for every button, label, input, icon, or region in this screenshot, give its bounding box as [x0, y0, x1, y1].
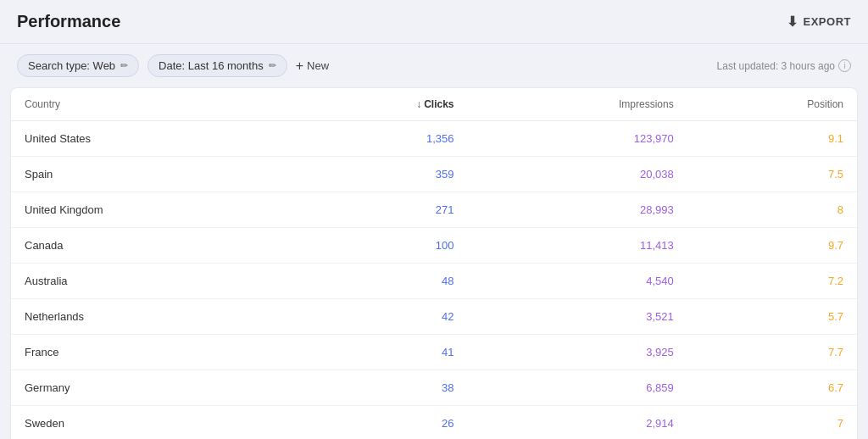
- cell-clicks: 48: [294, 264, 468, 299]
- cell-clicks: 42: [294, 299, 468, 335]
- cell-country: United Kingdom: [11, 192, 294, 228]
- col-impressions[interactable]: Impressions: [468, 88, 687, 121]
- edit-date-icon: ✏: [269, 60, 276, 71]
- cell-position: 7.5: [687, 157, 857, 192]
- cell-impressions: 2,914: [468, 406, 687, 440]
- export-label: EXPORT: [804, 15, 851, 28]
- new-label: New: [307, 59, 329, 72]
- cell-clicks: 1,356: [294, 121, 468, 157]
- col-position[interactable]: Position: [687, 88, 857, 121]
- cell-clicks: 359: [294, 157, 468, 192]
- cell-impressions: 11,413: [468, 228, 687, 264]
- cell-impressions: 20,038: [468, 157, 687, 192]
- cell-country: United States: [11, 121, 294, 157]
- export-icon: ⬇: [787, 14, 798, 30]
- cell-country: Spain: [11, 157, 294, 192]
- cell-position: 7.2: [687, 264, 857, 299]
- cell-country: Germany: [11, 370, 294, 406]
- cell-impressions: 123,970: [468, 121, 687, 157]
- table-row: United States1,356123,9709.1: [11, 121, 857, 157]
- cell-country: Sweden: [11, 406, 294, 440]
- table-row: Canada10011,4139.7: [11, 228, 857, 264]
- plus-icon: +: [296, 58, 303, 74]
- cell-position: 7: [687, 406, 857, 440]
- last-updated-text: Last updated: 3 hours ago: [717, 60, 835, 72]
- filters-bar: Search type: Web ✏ Date: Last 16 months …: [0, 44, 868, 87]
- cell-position: 7.7: [687, 335, 857, 370]
- sort-arrow-icon: ↓: [416, 98, 421, 110]
- table-header-row: Country ↓Clicks Impressions Position: [11, 88, 857, 121]
- date-label: Date: Last 16 months: [159, 59, 264, 72]
- performance-table: Country ↓Clicks Impressions Position Uni…: [11, 88, 857, 439]
- search-type-filter[interactable]: Search type: Web ✏: [17, 54, 139, 77]
- cell-country: Netherlands: [11, 299, 294, 335]
- col-clicks[interactable]: ↓Clicks: [294, 88, 468, 121]
- cell-clicks: 271: [294, 192, 468, 228]
- table-row: France413,9257.7: [11, 335, 857, 370]
- cell-position: 8: [687, 192, 857, 228]
- table-row: Australia484,5407.2: [11, 264, 857, 299]
- table-row: Sweden262,9147: [11, 406, 857, 440]
- cell-impressions: 3,925: [468, 335, 687, 370]
- cell-clicks: 38: [294, 370, 468, 406]
- last-updated: Last updated: 3 hours ago i: [717, 59, 851, 72]
- filters-left: Search type: Web ✏ Date: Last 16 months …: [17, 54, 329, 77]
- table-row: Germany386,8596.7: [11, 370, 857, 406]
- info-icon[interactable]: i: [838, 59, 851, 72]
- cell-clicks: 100: [294, 228, 468, 264]
- cell-impressions: 6,859: [468, 370, 687, 406]
- cell-position: 5.7: [687, 299, 857, 335]
- edit-search-type-icon: ✏: [120, 60, 128, 71]
- cell-position: 9.1: [687, 121, 857, 157]
- cell-country: France: [11, 335, 294, 370]
- search-type-label: Search type: Web: [28, 59, 115, 72]
- col-country: Country: [11, 88, 294, 121]
- table-body: United States1,356123,9709.1Spain35920,0…: [11, 121, 857, 440]
- cell-impressions: 28,993: [468, 192, 687, 228]
- cell-clicks: 26: [294, 406, 468, 440]
- cell-country: Canada: [11, 228, 294, 264]
- export-button[interactable]: ⬇ EXPORT: [787, 14, 851, 30]
- cell-position: 6.7: [687, 370, 857, 406]
- table-row: United Kingdom27128,9938: [11, 192, 857, 228]
- cell-country: Australia: [11, 264, 294, 299]
- cell-impressions: 4,540: [468, 264, 687, 299]
- cell-impressions: 3,521: [468, 299, 687, 335]
- page-title: Performance: [17, 12, 120, 31]
- table-row: Netherlands423,5215.7: [11, 299, 857, 335]
- cell-clicks: 41: [294, 335, 468, 370]
- table-container: Country ↓Clicks Impressions Position Uni…: [10, 87, 858, 439]
- table-row: Spain35920,0387.5: [11, 157, 857, 192]
- new-filter-button[interactable]: + New: [296, 58, 329, 74]
- date-filter[interactable]: Date: Last 16 months ✏: [147, 54, 287, 77]
- cell-position: 9.7: [687, 228, 857, 264]
- page-container: Performance ⬇ EXPORT Search type: Web ✏ …: [0, 0, 868, 439]
- header: Performance ⬇ EXPORT: [0, 0, 868, 44]
